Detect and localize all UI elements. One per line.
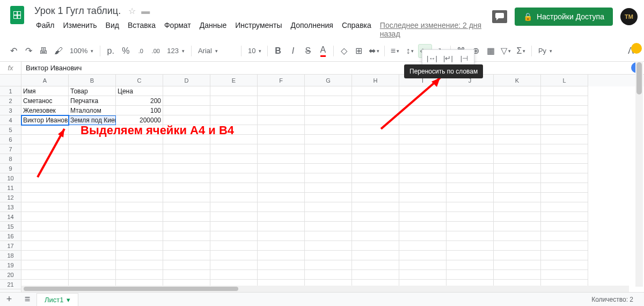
- cell[interactable]: [447, 115, 494, 125]
- font-size-select[interactable]: 10: [245, 47, 264, 55]
- cell[interactable]: [69, 202, 116, 212]
- cell[interactable]: [541, 231, 588, 241]
- cell[interactable]: [399, 173, 447, 183]
- menu-view[interactable]: Вид: [102, 19, 123, 40]
- cell[interactable]: [352, 135, 399, 144]
- cell[interactable]: Мталолом: [69, 106, 116, 115]
- cell[interactable]: [447, 96, 494, 106]
- cell[interactable]: [258, 86, 305, 96]
- cell[interactable]: [541, 251, 588, 260]
- row-header[interactable]: 8: [0, 154, 21, 164]
- col-header[interactable]: F: [258, 75, 305, 86]
- cell[interactable]: [447, 164, 494, 173]
- col-header[interactable]: B: [69, 75, 116, 86]
- formula-input[interactable]: Виктор Иванович: [21, 64, 644, 72]
- more-formats-button[interactable]: 123: [164, 47, 188, 55]
- cell[interactable]: [116, 270, 163, 280]
- cell[interactable]: Цена: [116, 86, 163, 96]
- doc-title[interactable]: Урок 1 Гугл таблиц.: [32, 4, 123, 18]
- row-header[interactable]: 17: [0, 241, 21, 251]
- cell[interactable]: [163, 222, 210, 231]
- cell[interactable]: [494, 212, 541, 222]
- cell[interactable]: [116, 260, 163, 270]
- cell[interactable]: [210, 183, 258, 193]
- col-header[interactable]: A: [21, 75, 69, 86]
- row-header[interactable]: 12: [0, 193, 21, 202]
- cell[interactable]: [69, 212, 116, 222]
- zoom-select[interactable]: 100%: [67, 47, 97, 55]
- cell[interactable]: [399, 212, 447, 222]
- cell[interactable]: [210, 193, 258, 202]
- cell[interactable]: [258, 106, 305, 115]
- cell[interactable]: [69, 193, 116, 202]
- cell[interactable]: [494, 193, 541, 202]
- cell[interactable]: [210, 154, 258, 164]
- cell[interactable]: [494, 106, 541, 115]
- cell[interactable]: [399, 202, 447, 212]
- cell[interactable]: [163, 270, 210, 280]
- cell[interactable]: [494, 173, 541, 183]
- cell[interactable]: [352, 241, 399, 251]
- row-header[interactable]: 9: [0, 164, 21, 173]
- cell[interactable]: [163, 260, 210, 270]
- cell[interactable]: [210, 241, 258, 251]
- cell[interactable]: [399, 251, 447, 260]
- row-header[interactable]: 11: [0, 183, 21, 193]
- cell[interactable]: [399, 183, 447, 193]
- cell[interactable]: [399, 260, 447, 270]
- cell[interactable]: [258, 212, 305, 222]
- cell[interactable]: [163, 106, 210, 115]
- bold-button[interactable]: B: [271, 44, 285, 58]
- cell[interactable]: [69, 164, 116, 173]
- input-language-button[interactable]: Ру: [535, 47, 555, 55]
- col-header[interactable]: K: [494, 75, 541, 86]
- cell[interactable]: [352, 144, 399, 154]
- cell[interactable]: [210, 212, 258, 222]
- menu-insert[interactable]: Вставка: [124, 19, 159, 40]
- cell[interactable]: [541, 144, 588, 154]
- italic-button[interactable]: I: [286, 44, 300, 58]
- cell[interactable]: [541, 260, 588, 270]
- cell[interactable]: [69, 173, 116, 183]
- cell[interactable]: [163, 183, 210, 193]
- cell[interactable]: [116, 144, 163, 154]
- col-header[interactable]: D: [163, 75, 210, 86]
- cell[interactable]: [258, 241, 305, 251]
- cell[interactable]: [541, 106, 588, 115]
- cell[interactable]: [305, 96, 352, 106]
- cell[interactable]: [305, 202, 352, 212]
- row-header[interactable]: 10: [0, 173, 21, 183]
- filter-button[interactable]: ▽: [499, 44, 513, 58]
- status-bar[interactable]: Количество: 2: [591, 296, 644, 303]
- cell[interactable]: [210, 173, 258, 183]
- cell[interactable]: [69, 231, 116, 241]
- cell[interactable]: [163, 173, 210, 183]
- cell[interactable]: [163, 144, 210, 154]
- horizontal-scrollbar[interactable]: [21, 286, 629, 292]
- cell[interactable]: [352, 202, 399, 212]
- select-all-corner[interactable]: [0, 75, 21, 86]
- cell[interactable]: [258, 96, 305, 106]
- row-header[interactable]: 4: [0, 115, 21, 125]
- cell[interactable]: [69, 241, 116, 251]
- cell[interactable]: [541, 202, 588, 212]
- cell[interactable]: [352, 173, 399, 183]
- cell[interactable]: [69, 251, 116, 260]
- menu-format[interactable]: Формат: [160, 19, 195, 40]
- all-sheets-button[interactable]: ≡: [18, 294, 36, 305]
- cell[interactable]: [258, 135, 305, 144]
- cell[interactable]: [21, 222, 69, 231]
- row-header[interactable]: 2: [0, 96, 21, 106]
- cell[interactable]: [305, 183, 352, 193]
- cell[interactable]: [21, 241, 69, 251]
- cell[interactable]: [494, 135, 541, 144]
- merge-button[interactable]: ⬌: [367, 44, 381, 58]
- wrap-clip-option[interactable]: |⊣: [458, 52, 471, 64]
- cell[interactable]: [163, 96, 210, 106]
- cell[interactable]: [494, 164, 541, 173]
- cell[interactable]: [163, 202, 210, 212]
- cell[interactable]: [541, 164, 588, 173]
- col-header[interactable]: G: [305, 75, 352, 86]
- row-header[interactable]: 13: [0, 202, 21, 212]
- cell[interactable]: [447, 173, 494, 183]
